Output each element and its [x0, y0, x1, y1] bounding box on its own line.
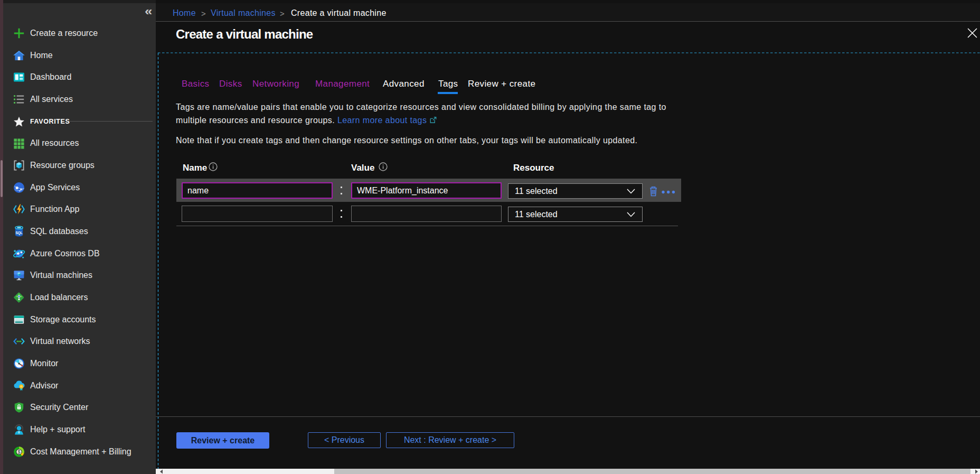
svg-text:SQL: SQL	[15, 231, 22, 235]
svg-text:$: $	[17, 449, 20, 454]
